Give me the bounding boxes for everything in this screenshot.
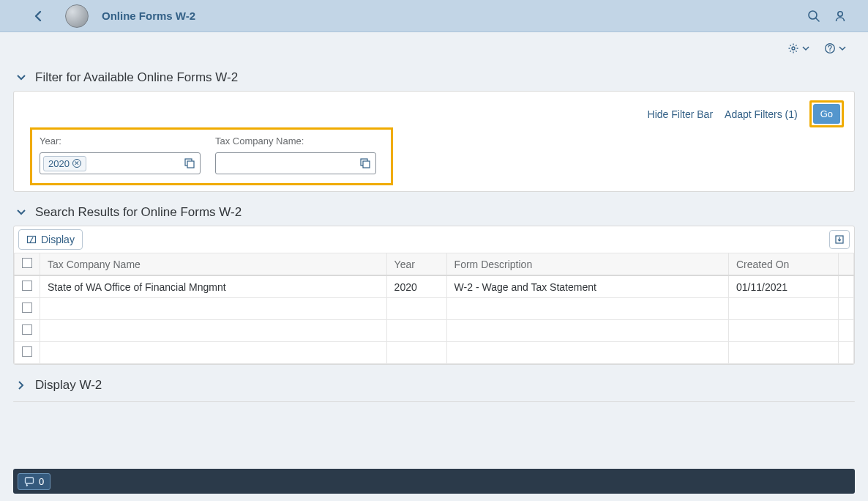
results-table: Tax Company Name Year Form Description C… (14, 253, 854, 364)
display-panel-header[interactable]: Display W-2 (0, 372, 868, 398)
shell-header: Online Forms W-2 (0, 0, 868, 32)
person-icon (834, 10, 847, 23)
messages-button[interactable]: 0 (18, 473, 50, 490)
go-button[interactable]: Go (813, 104, 840, 124)
filter-panel: Hide Filter Bar Adapt Filters (1) Go Yea… (13, 91, 855, 192)
svg-rect-7 (187, 161, 194, 168)
year-field-group: Year: 2020 ✕ (40, 136, 201, 174)
adapt-filters-link[interactable]: Adapt Filters (1) (725, 108, 798, 120)
table-row[interactable]: State of WA Office of Financial Mngmnt 2… (15, 275, 854, 298)
display-button-label: Display (41, 234, 75, 245)
chevron-right-icon (16, 379, 28, 391)
value-help-icon[interactable] (182, 158, 197, 168)
go-highlight: Go (809, 100, 844, 127)
year-input[interactable]: 2020 ✕ (40, 152, 201, 174)
display-panel (13, 401, 855, 402)
results-toolbar: Display (14, 226, 854, 253)
filter-panel-header[interactable]: Filter for Available Online Forms W-2 (0, 64, 868, 91)
table-header-row: Tax Company Name Year Form Description C… (15, 253, 854, 276)
chevron-down-icon (839, 45, 846, 52)
table-row[interactable] (15, 342, 854, 364)
gear-icon (787, 42, 799, 54)
search-button[interactable] (801, 3, 827, 29)
results-panel-title: Search Results for Online Forms W-2 (35, 205, 242, 220)
cell-year: 2020 (386, 275, 446, 298)
chevron-down-icon (16, 72, 28, 84)
select-all-checkbox[interactable] (22, 258, 32, 268)
search-icon (807, 10, 820, 23)
table-row[interactable] (15, 320, 854, 342)
back-button[interactable] (29, 7, 47, 25)
row-checkbox[interactable] (22, 346, 32, 357)
message-bar: 0 (13, 469, 855, 494)
display-panel-title: Display W-2 (35, 378, 102, 393)
filter-panel-title: Filter for Available Online Forms W-2 (35, 70, 238, 85)
results-panel: Display Tax Company Name Year Form Descr… (13, 226, 855, 365)
help-menu[interactable] (824, 42, 846, 54)
row-checkbox[interactable] (22, 303, 32, 313)
filter-fields-highlight: Year: 2020 ✕ Tax Company Name: (30, 127, 393, 185)
app-logo (65, 4, 89, 28)
col-created[interactable]: Created On (729, 253, 839, 276)
svg-point-0 (809, 11, 817, 19)
value-help-icon[interactable] (358, 158, 373, 168)
svg-line-1 (816, 18, 819, 21)
col-company[interactable]: Tax Company Name (40, 253, 387, 276)
results-panel-header[interactable]: Search Results for Online Forms W-2 (0, 199, 868, 226)
cell-desc: W-2 - Wage and Tax Statement (446, 275, 728, 298)
col-desc[interactable]: Form Description (446, 253, 728, 276)
filter-actions: Hide Filter Bar Adapt Filters (1) Go (14, 92, 854, 127)
year-label: Year: (40, 136, 201, 146)
cell-company: State of WA Office of Financial Mngmnt (40, 275, 387, 298)
display-icon (26, 234, 37, 245)
token-remove-icon[interactable]: ✕ (72, 159, 81, 168)
cell-created: 01/11/2021 (729, 275, 839, 298)
chevron-down-icon (802, 45, 809, 52)
export-icon (834, 234, 845, 245)
export-button[interactable] (829, 230, 850, 249)
table-row[interactable] (15, 298, 854, 320)
chevron-down-icon (16, 207, 28, 218)
help-icon (824, 42, 836, 54)
message-icon (24, 476, 34, 486)
company-field-group: Tax Company Name: (215, 136, 376, 174)
message-count: 0 (39, 476, 44, 487)
company-input[interactable] (215, 152, 376, 174)
year-token-text: 2020 (48, 158, 70, 169)
user-button[interactable] (827, 3, 853, 29)
year-token[interactable]: 2020 ✕ (43, 156, 86, 171)
svg-rect-12 (26, 478, 34, 483)
svg-point-5 (829, 51, 831, 52)
svg-point-3 (792, 47, 795, 50)
company-label: Tax Company Name: (215, 136, 376, 146)
display-button[interactable]: Display (18, 229, 83, 250)
hide-filter-bar-link[interactable]: Hide Filter Bar (648, 108, 713, 120)
app-title: Online Forms W-2 (102, 10, 195, 22)
svg-point-2 (838, 11, 842, 15)
row-checkbox[interactable] (22, 324, 32, 335)
svg-rect-9 (363, 161, 370, 168)
settings-menu[interactable] (787, 42, 809, 54)
page-toolbar (0, 32, 868, 64)
row-checkbox[interactable] (22, 281, 32, 291)
col-year[interactable]: Year (386, 253, 446, 276)
